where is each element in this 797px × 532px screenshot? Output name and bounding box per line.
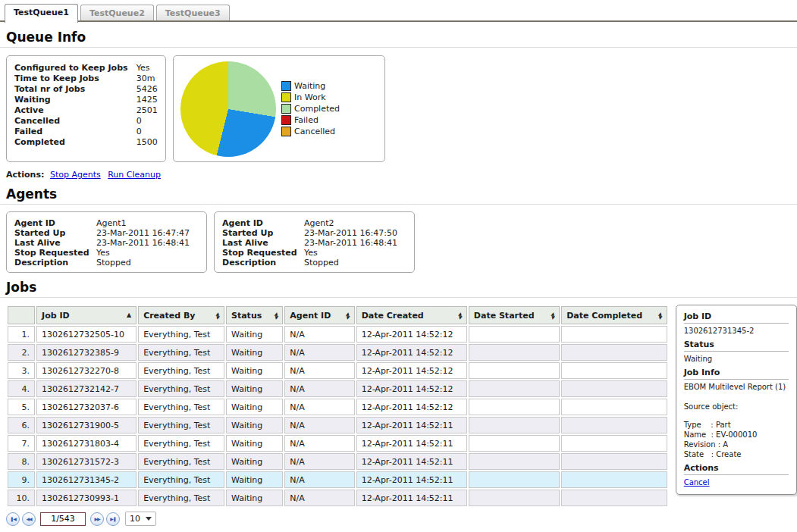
table-row[interactable]: 2.1302612732385-9Everything, TestWaiting… [8,344,667,361]
agent-field-value: Agent1 [96,218,190,228]
table-row[interactable]: 3.1302612732270-8Everything, TestWaiting… [8,362,667,379]
stat-value: 0 [136,127,158,137]
legend-swatch-icon [281,127,291,136]
table-row[interactable]: 5.1302612732037-6Everything, TestWaiting… [8,399,667,415]
agent-field-value: Agent2 [304,218,397,228]
row-number-cell: 2. [8,344,35,361]
created-by-cell: Everything, Test [138,362,224,379]
job-id-cell: 1302612732385-9 [36,344,136,361]
job-id-cell: 1302612732270-8 [36,362,136,379]
legend-item: Failed [281,114,340,126]
row-number-cell: 3. [8,362,35,379]
created-by-cell: Everything, Test [138,490,224,506]
job-id-cell: 1302612732037-6 [36,399,136,415]
pie-chart [180,61,276,157]
column-header-wrap: Date Created▲▼ [362,311,462,321]
detail-separator [684,323,789,324]
created-by-cell: Everything, Test [138,344,224,361]
table-row[interactable]: 7.1302612731803-4Everything, TestWaiting… [8,435,667,452]
agent-field-label: Stop Requested [14,248,96,258]
date-completed-cell [561,344,667,361]
table-row[interactable]: 8.1302612731572-3Everything, TestWaiting… [8,453,667,470]
stat-row: Failed0 [14,127,158,137]
pie-legend: WaitingIn WorkCompletedFailedCancelled [281,80,340,137]
column-header-date-completed[interactable]: Date Completed▲▼ [561,306,667,324]
date-started-cell [469,453,560,470]
detail-separator [684,474,789,475]
source-object-line: Name : EV-000010 [684,430,789,440]
date-completed-cell [561,471,667,488]
date-started-cell [469,417,560,433]
prev-page-button[interactable]: ◀◀ [22,512,36,526]
tab-testqueue1[interactable]: TestQueue1 [5,4,78,23]
stat-value: 1500 [136,137,158,148]
created-by-cell: Everything, Test [138,435,224,452]
created-by-cell: Everything, Test [138,326,224,343]
date-started-cell [469,399,560,415]
agent-field-row: Agent IDAgent2 [222,218,397,228]
table-row[interactable]: 10.1302612730993-1Everything, TestWaitin… [8,490,667,506]
table-row[interactable]: 4.1302612732142-7Everything, TestWaiting… [8,380,667,397]
column-header-date-created[interactable]: Date Created▲▼ [356,306,467,324]
agent-field-value: 23-Mar-2011 16:48:41 [304,238,397,248]
first-page-button[interactable]: ❚◀ [6,512,20,526]
queue-info-rule [0,47,797,48]
table-row[interactable]: 6.1302612731900-5Everything, TestWaiting… [8,417,667,433]
next-page-button[interactable]: ▶▶ [90,512,104,526]
page-number-input[interactable] [40,512,86,526]
agent-field-row: Agent IDAgent1 [14,218,190,228]
column-header-job-id[interactable]: Job ID▲ [36,306,136,324]
cancel-job-link[interactable]: Cancel [684,478,710,487]
detail-section-value: 1302612731345-2 [684,326,789,336]
column-header-wrap: Agent ID▲▼ [290,311,349,321]
job-id-cell: 1302612731572-3 [36,453,136,470]
legend-item: In Work [281,92,340,103]
page-size-select[interactable]: 10 [125,512,156,526]
table-row[interactable]: 9.1302612731345-2Everything, TestWaiting… [8,471,667,488]
status-cell: Waiting [226,380,283,397]
date-created-cell: 12-Apr-2011 14:52:11 [356,490,467,506]
stop-agents-link[interactable]: Stop Agents [50,170,101,180]
tab-testqueue3[interactable]: TestQueue3 [156,5,230,20]
jobs-rule [0,297,797,298]
tab-testqueue2[interactable]: TestQueue2 [80,5,154,20]
status-cell: Waiting [226,344,283,361]
stat-label: Failed [14,127,136,137]
legend-item: Cancelled [281,126,340,137]
stat-row: Waiting1425 [14,95,158,105]
last-page-button[interactable]: ▶❚ [106,512,120,526]
agent-field-row: Stop RequestedYes [14,248,190,258]
agent-id-cell: N/A [284,435,354,452]
detail-section-value: Waiting [684,354,789,364]
stat-value: 30m [136,74,158,84]
stat-label: Waiting [14,95,136,105]
stat-row: Configured to Keep JobsYes [14,63,158,74]
row-number-cell: 8. [8,453,35,470]
agent-field-row: DescriptionStopped [14,258,190,268]
stat-row: Cancelled0 [14,116,158,127]
table-row[interactable]: 1.1302612732505-10Everything, TestWaitin… [8,326,667,343]
column-header-agent-id[interactable]: Agent ID▲▼ [284,306,354,324]
column-header-status[interactable]: Status▲▼ [226,306,283,324]
sort-both-icon: ▲▼ [458,311,462,319]
column-header-wrap: Created By▲▼ [143,311,219,321]
agent-field-value: Stopped [304,258,397,268]
status-cell: Waiting [226,326,283,343]
stat-label: Configured to Keep Jobs [14,63,136,74]
legend-item: Completed [281,103,340,114]
run-cleanup-link[interactable]: Run Cleanup [108,170,161,180]
date-created-cell: 12-Apr-2011 14:52:12 [356,344,467,361]
status-cell: Waiting [226,362,283,379]
jobs-heading: Jobs [6,280,797,295]
column-header-date-started[interactable]: Date Started▲▼ [469,306,560,324]
job-id-cell: 1302612731345-2 [36,471,136,488]
date-completed-cell [561,380,667,397]
queue-actions-line: Actions: Stop Agents Run Cleanup [6,170,797,180]
stat-value: 1425 [136,95,158,105]
row-number-cell: 6. [8,417,35,433]
stat-value: Yes [136,63,158,74]
legend-label: In Work [294,92,326,102]
column-header-created-by[interactable]: Created By▲▼ [138,306,224,324]
legend-swatch-icon [281,81,291,91]
stat-row: Total nr of Jobs5426 [14,84,158,95]
